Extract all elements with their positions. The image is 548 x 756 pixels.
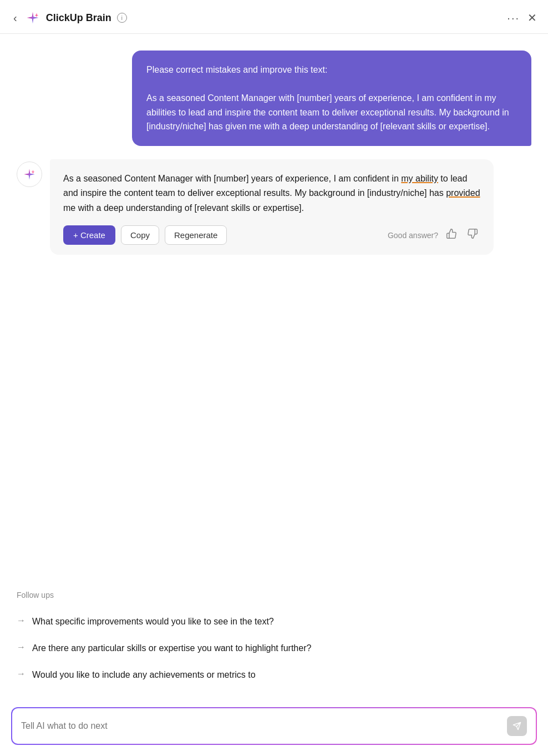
thumbs-down-icon: [467, 228, 478, 239]
user-message-text: Please correct mistakes and improve this…: [146, 65, 509, 131]
action-buttons: + Create Copy Regenerate Good answer?: [63, 225, 480, 245]
header-left: ‹ ClickUp Brain i: [11, 10, 501, 26]
followup-text-3: Would you like to include any achievemen…: [32, 668, 256, 682]
followups-label: Follow ups: [17, 591, 531, 599]
regenerate-button[interactable]: Regenerate: [165, 225, 227, 245]
input-area: [0, 699, 548, 756]
copy-button[interactable]: Copy: [121, 225, 159, 245]
followups-section: Follow ups → What specific improvements …: [0, 591, 548, 699]
chat-area: Please correct mistakes and improve this…: [0, 34, 548, 591]
user-message-bubble: Please correct mistakes and improve this…: [132, 51, 531, 146]
ai-response-text: As a seasoned Content Manager with [numb…: [63, 172, 480, 215]
followup-text-2: Are there any particular skills or exper…: [32, 642, 311, 655]
send-icon: [513, 722, 521, 730]
followup-item-2[interactable]: → Are there any particular skills or exp…: [17, 635, 531, 662]
header-title: ClickUp Brain: [46, 12, 111, 24]
header-right: ··· ✕: [507, 11, 537, 24]
header: ‹ ClickUp Brain i ··· ✕: [0, 0, 548, 34]
send-button[interactable]: [507, 716, 527, 736]
followup-text-1: What specific improvements would you lik…: [32, 615, 274, 628]
followup-item-3[interactable]: → Would you like to include any achievem…: [17, 662, 531, 688]
followup-arrow-2: →: [17, 642, 26, 652]
ai-sparkle-icon: [22, 167, 37, 182]
ai-response-bubble: As a seasoned Content Manager with [numb…: [50, 159, 494, 255]
sparkle-icon: [25, 10, 40, 26]
close-button[interactable]: ✕: [527, 11, 537, 24]
thumbs-up-button[interactable]: [444, 227, 459, 243]
ai-input-field[interactable]: [21, 721, 501, 731]
followup-arrow-1: →: [17, 616, 26, 626]
ai-response-wrapper: As a seasoned Content Manager with [numb…: [17, 159, 494, 255]
ai-avatar: [17, 162, 42, 187]
corrected-word-provided: provided: [446, 188, 480, 198]
followup-item-1[interactable]: → What specific improvements would you l…: [17, 608, 531, 635]
more-options-button[interactable]: ···: [507, 12, 520, 24]
good-answer-label: Good answer?: [388, 231, 438, 240]
back-button[interactable]: ‹: [11, 12, 19, 24]
info-icon[interactable]: i: [117, 13, 127, 23]
thumbs-down-button[interactable]: [465, 227, 480, 243]
thumbs-up-icon: [446, 228, 457, 239]
good-answer-section: Good answer?: [388, 227, 480, 243]
input-wrapper: [11, 707, 537, 745]
corrected-word-ability: my ability: [401, 174, 438, 183]
create-button[interactable]: + Create: [63, 225, 115, 245]
followup-arrow-3: →: [17, 669, 26, 679]
